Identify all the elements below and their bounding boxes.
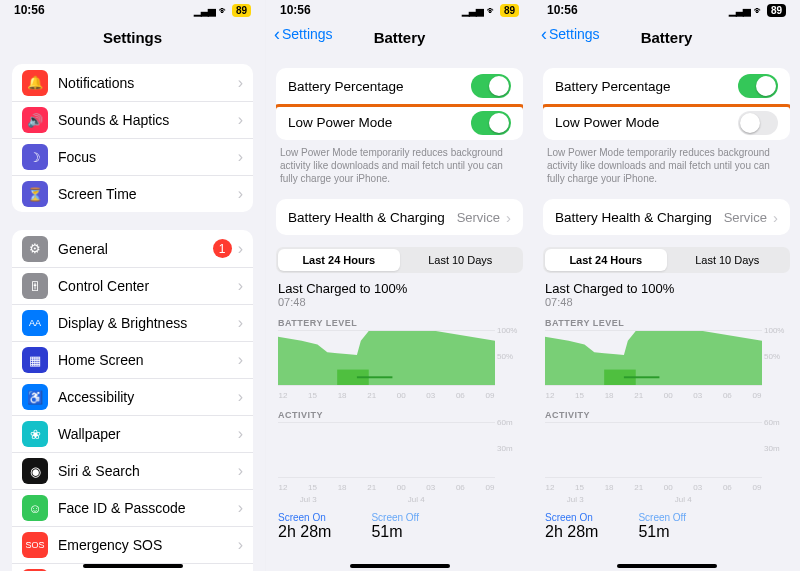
last-charged: Last Charged to 100% 07:48 [545,281,788,308]
row-label: Sounds & Haptics [58,112,238,128]
chevron-right-icon: › [238,351,243,369]
nav-bar: ‹Settings Battery [266,20,533,54]
battery-percentage-row: Battery Percentage [543,68,790,104]
status-bar: 10:56 ▁▃▅ᯤ89 [266,0,533,20]
row-label: Emergency SOS [58,537,238,553]
home-indicator [350,564,450,568]
wifi-icon: ᯤ [754,5,763,16]
usage-summary: Screen On2h 28m Screen Off51m [545,512,788,541]
row-label: Focus [58,149,238,165]
settings-group-1: 🔔Notifications›🔊Sounds & Haptics›☽Focus›… [12,64,253,212]
status-bar: 10:56 ▁▃▅ ᯤ 89 [0,0,265,20]
battery-pill: 89 [767,4,786,17]
nav-bar: Settings [0,20,265,54]
settings-row-control-center[interactable]: 🎚Control Center› [12,267,253,304]
back-button[interactable]: ‹Settings [274,26,333,42]
settings-row-notifications[interactable]: 🔔Notifications› [12,64,253,101]
service-label: Service [457,210,500,225]
signal-icon: ▁▃▅ [462,5,483,16]
chevron-right-icon: › [773,209,778,226]
row-label: Home Screen [58,352,238,368]
seg-last-24h[interactable]: Last 24 Hours [278,249,400,271]
lpm-footer-note: Low Power Mode temporarily reduces backg… [533,140,800,185]
battery-pane-lpm-off: 10:56 ▁▃▅ᯤ89 ‹Settings Battery Battery P… [533,0,800,571]
home-indicator [83,564,183,568]
chevron-right-icon: › [238,388,243,406]
switches-icon: 🎚 [22,273,48,299]
wifi-icon: ᯤ [487,5,496,16]
settings-row-general[interactable]: ⚙General1› [12,230,253,267]
moon-icon: ☽ [22,144,48,170]
time-range-segmented[interactable]: Last 24 Hours Last 10 Days [276,247,523,273]
battery-percentage-toggle[interactable] [738,74,778,98]
status-right: ▁▃▅ ᯤ 89 [194,4,251,17]
battery-pane-lpm-on: 10:56 ▁▃▅ᯤ89 ‹Settings Battery Battery P… [266,0,533,571]
speaker-icon: 🔊 [22,107,48,133]
usage-summary: Screen On2h 28m Screen Off51m [278,512,521,541]
status-time: 10:56 [547,3,578,17]
seg-last-10d[interactable]: Last 10 Days [667,249,789,271]
chevron-right-icon: › [238,111,243,129]
seg-last-24h[interactable]: Last 24 Hours [545,249,667,271]
settings-row-emergency-sos[interactable]: SOSEmergency SOS› [12,526,253,563]
battery-toggle-group: Battery Percentage Low Power Mode [543,68,790,140]
nav-bar: ‹Settings Battery [533,20,800,54]
accessibility-icon: ♿ [22,384,48,410]
row-label: Accessibility [58,389,238,405]
battery-pill: 89 [232,4,251,17]
settings-row-face-id-passcode[interactable]: ☺Face ID & Passcode› [12,489,253,526]
page-title: Battery [374,29,426,46]
low-power-mode-toggle[interactable] [471,111,511,135]
activity-chart: ACTIVITY 60m 30m 1215182100030609 Jul 3J… [545,410,788,492]
status-time: 10:56 [14,3,45,17]
settings-row-siri-search[interactable]: ◉Siri & Search› [12,452,253,489]
page-title: Settings [103,29,162,46]
service-label: Service [724,210,767,225]
battery-toggle-group: Battery Percentage Low Power Mode [276,68,523,140]
settings-row-display-brightness[interactable]: AADisplay & Brightness› [12,304,253,341]
settings-row-home-screen[interactable]: ▦Home Screen› [12,341,253,378]
chevron-right-icon: › [238,425,243,443]
row-label: Siri & Search [58,463,238,479]
battery-health-row[interactable]: Battery Health & Charging Service › [276,199,523,235]
chevron-right-icon: › [238,462,243,480]
signal-icon: ▁▃▅ [194,5,215,16]
time-range-segmented[interactable]: Last 24 Hours Last 10 Days [543,247,790,273]
hourglass-icon: ⏳ [22,181,48,207]
chevron-right-icon: › [238,148,243,166]
row-label: Notifications [58,75,238,91]
chevron-right-icon: › [238,499,243,517]
settings-row-accessibility[interactable]: ♿Accessibility› [12,378,253,415]
gear-icon: ⚙ [22,236,48,262]
battery-health-row[interactable]: Battery Health & Charging Service › [543,199,790,235]
settings-row-screen-time[interactable]: ⏳Screen Time› [12,175,253,212]
settings-row-sounds-haptics[interactable]: 🔊Sounds & Haptics› [12,101,253,138]
settings-row-focus[interactable]: ☽Focus› [12,138,253,175]
chevron-right-icon: › [238,314,243,332]
chevron-right-icon: › [238,536,243,554]
battery-percentage-toggle[interactable] [471,74,511,98]
badge: 1 [213,239,232,258]
back-button[interactable]: ‹Settings [541,26,600,42]
low-power-mode-toggle[interactable] [738,111,778,135]
signal-icon: ▁▃▅ [729,5,750,16]
seg-last-10d[interactable]: Last 10 Days [400,249,522,271]
wallpaper-icon: ❀ [22,421,48,447]
textsize-icon: AA [22,310,48,336]
battery-pill: 89 [500,4,519,17]
settings-group-2: ⚙General1›🎚Control Center›AADisplay & Br… [12,230,253,571]
chevron-right-icon: › [506,209,511,226]
settings-pane: 10:56 ▁▃▅ ᯤ 89 Settings 🔔Notifications›🔊… [0,0,266,571]
row-label: Display & Brightness [58,315,238,331]
home-indicator [617,564,717,568]
status-time: 10:56 [280,3,311,17]
chevron-right-icon: › [238,185,243,203]
chevron-right-icon: › [238,240,243,258]
settings-row-wallpaper[interactable]: ❀Wallpaper› [12,415,253,452]
chevron-right-icon: › [238,74,243,92]
bell-icon: 🔔 [22,70,48,96]
battery-health-group: Battery Health & Charging Service › [543,199,790,235]
row-label: General [58,241,213,257]
sos-icon: SOS [22,532,48,558]
row-label: Screen Time [58,186,238,202]
